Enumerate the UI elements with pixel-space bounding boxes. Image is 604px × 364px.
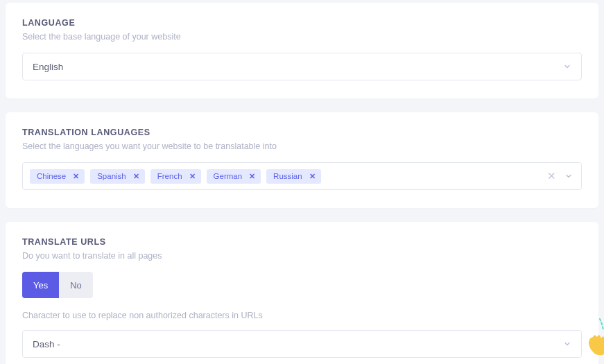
urls-card: TRANSLATE URLS Do you want to translate … <box>6 222 598 364</box>
chevron-down-icon <box>563 340 571 348</box>
translation-tag-label: French <box>157 172 182 180</box>
translation-tag[interactable]: German ✕ <box>207 169 261 184</box>
chevron-down-icon[interactable] <box>564 172 573 180</box>
no-button[interactable]: No <box>59 272 93 298</box>
translation-tag[interactable]: Spanish ✕ <box>90 169 145 184</box>
chevron-down-icon <box>563 62 571 71</box>
remove-tag-icon[interactable]: ✕ <box>70 172 82 181</box>
multiselect-actions: ✕ <box>547 170 573 182</box>
replace-char-select[interactable]: Dash - <box>22 330 582 358</box>
replace-char-label: Character to use to replace non authoriz… <box>22 311 582 320</box>
language-subtitle: Select the base language of your website <box>22 32 582 42</box>
remove-tag-icon[interactable]: ✕ <box>187 172 198 181</box>
clear-all-icon[interactable]: ✕ <box>547 170 556 182</box>
translation-multiselect[interactable]: Chinese ✕ Spanish ✕ French ✕ German ✕ Ru… <box>22 162 582 190</box>
language-card: LANGUAGE Select the base language of you… <box>6 3 598 98</box>
translation-tag[interactable]: Chinese ✕ <box>30 169 85 184</box>
translation-title: TRANSLATION LANGUAGES <box>22 128 582 137</box>
remove-tag-icon[interactable]: ✕ <box>307 172 318 181</box>
translation-tags: Chinese ✕ Spanish ✕ French ✕ German ✕ Ru… <box>30 169 543 184</box>
yes-button[interactable]: Yes <box>22 272 59 298</box>
remove-tag-icon[interactable]: ✕ <box>246 172 258 181</box>
remove-tag-icon[interactable]: ✕ <box>130 172 142 181</box>
language-select-value: English <box>33 62 63 72</box>
translation-card: TRANSLATION LANGUAGES Select the languag… <box>6 112 598 208</box>
translation-tag[interactable]: French ✕ <box>150 169 201 184</box>
translation-subtitle: Select the languages you want your websi… <box>22 141 582 151</box>
translate-toggle: Yes No <box>22 272 582 298</box>
translation-tag-label: German <box>214 172 243 180</box>
language-title: LANGUAGE <box>22 18 582 28</box>
urls-title: TRANSLATE URLS <box>22 237 582 247</box>
language-select[interactable]: English <box>22 53 582 80</box>
translation-tag[interactable]: Russian ✕ <box>266 169 321 184</box>
translation-tag-label: Spanish <box>97 172 126 180</box>
replace-char-value: Dash - <box>33 339 60 349</box>
urls-subtitle: Do you want to translate in all pages <box>22 251 582 261</box>
translation-tag-label: Russian <box>273 172 302 180</box>
translation-tag-label: Chinese <box>37 172 66 180</box>
